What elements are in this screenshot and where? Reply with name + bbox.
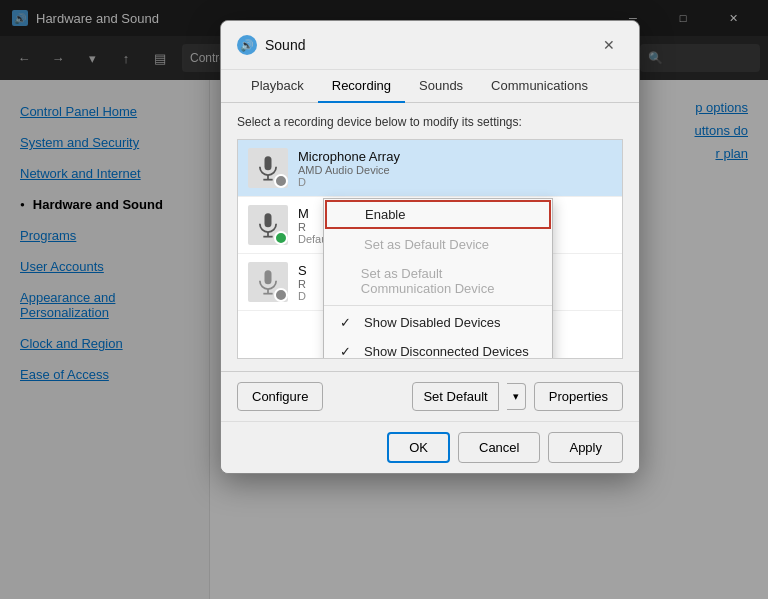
- dialog-title: Sound: [265, 37, 595, 53]
- tab-communications[interactable]: Communications: [477, 70, 602, 103]
- dialog-tabs: Playback Recording Sounds Communications: [221, 70, 639, 103]
- device-icon-microphone: [248, 148, 288, 188]
- status-badge-1: [274, 174, 288, 188]
- tab-playback[interactable]: Playback: [237, 70, 318, 103]
- context-item-show-disabled[interactable]: ✓ Show Disabled Devices: [324, 308, 552, 337]
- device-info-1: Microphone Array AMD Audio Device D: [298, 149, 612, 188]
- context-item-show-disconnected[interactable]: ✓ Show Disconnected Devices: [324, 337, 552, 359]
- status-badge-3: [274, 288, 288, 302]
- cancel-button[interactable]: Cancel: [458, 432, 540, 463]
- sound-dialog: 🔊 Sound ✕ Playback Recording Sounds Comm…: [220, 20, 640, 474]
- context-item-enable[interactable]: Enable: [325, 200, 551, 229]
- status-badge-2: [274, 231, 288, 245]
- device-name-1: Microphone Array: [298, 149, 612, 164]
- dialog-icon: 🔊: [237, 35, 257, 55]
- dialog-footer: Configure Set Default ▾ Properties: [221, 371, 639, 421]
- context-item-set-default: Set as Default Device: [324, 230, 552, 259]
- dialog-instruction: Select a recording device below to modif…: [237, 115, 623, 129]
- dialog-title-bar: 🔊 Sound ✕: [221, 21, 639, 70]
- device-item-microphone-array[interactable]: Microphone Array AMD Audio Device D: [238, 140, 622, 197]
- device-list: Microphone Array AMD Audio Device D: [237, 139, 623, 359]
- device-icon-3: [248, 262, 288, 302]
- svg-rect-3: [265, 213, 272, 227]
- svg-rect-0: [265, 156, 272, 170]
- set-default-arrow-button[interactable]: ▾: [507, 383, 526, 410]
- device-sub-1: AMD Audio Device: [298, 164, 612, 176]
- context-menu: Enable Set as Default Device Set as Defa…: [323, 198, 553, 359]
- context-separator-1: [324, 305, 552, 306]
- dialog-body: Select a recording device below to modif…: [221, 103, 639, 371]
- ok-button[interactable]: OK: [387, 432, 450, 463]
- context-item-set-default-comm: Set as Default Communication Device: [324, 259, 552, 303]
- device-icon-2: [248, 205, 288, 245]
- svg-rect-6: [265, 270, 272, 284]
- dialog-close-button[interactable]: ✕: [595, 31, 623, 59]
- tab-recording[interactable]: Recording: [318, 70, 405, 103]
- configure-button[interactable]: Configure: [237, 382, 323, 411]
- dialog-actions: OK Cancel Apply: [221, 421, 639, 473]
- device-state-1: D: [298, 176, 612, 188]
- tab-sounds[interactable]: Sounds: [405, 70, 477, 103]
- set-default-button[interactable]: Set Default: [412, 382, 498, 411]
- footer-properties-button[interactable]: Properties: [534, 382, 623, 411]
- apply-button[interactable]: Apply: [548, 432, 623, 463]
